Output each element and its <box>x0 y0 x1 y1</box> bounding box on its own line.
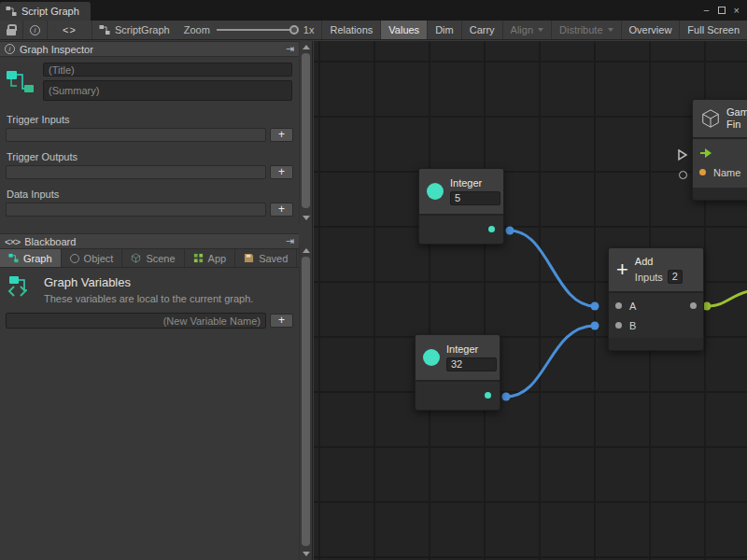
tab-object-label: Object <box>84 253 114 264</box>
data-inputs-list[interactable] <box>6 203 266 217</box>
input-port-a[interactable] <box>615 302 622 309</box>
integer-type-icon <box>427 183 444 200</box>
tab-saved-label: Saved <box>259 253 288 264</box>
scrollbar-thumb[interactable] <box>302 53 310 208</box>
carry-button[interactable]: Carry <box>461 21 502 39</box>
add-data-input-button[interactable]: + <box>270 203 293 217</box>
node-header[interactable]: Integer 32 <box>416 335 500 382</box>
output-port[interactable] <box>690 302 697 309</box>
port-row-a: A <box>609 296 703 315</box>
relations-button[interactable]: Relations <box>321 21 380 39</box>
scroll-down-icon[interactable] <box>303 552 310 556</box>
align-button[interactable]: Align <box>502 21 551 39</box>
dock-icon[interactable]: ⇥ <box>286 235 294 247</box>
zoom-slider[interactable] <box>217 29 297 31</box>
graph-summary-input[interactable] <box>43 80 292 101</box>
scrollbar-thumb[interactable] <box>302 257 310 546</box>
tab-object[interactable]: Object <box>62 249 123 267</box>
scroll-up-icon[interactable] <box>303 45 310 49</box>
zoom-control: Zoom 1x <box>176 21 322 39</box>
graph-variables-title: Graph Variables <box>44 275 253 289</box>
value-input-port-icon[interactable] <box>679 171 687 179</box>
node-ports <box>419 216 503 244</box>
name-input-port[interactable] <box>699 169 706 175</box>
maximize-icon[interactable] <box>718 7 726 14</box>
minimize-button[interactable]: − <box>703 5 709 16</box>
input-port-b[interactable] <box>615 322 622 329</box>
scroll-down-icon[interactable] <box>303 216 310 220</box>
port-row-b: B <box>609 315 703 335</box>
graph-icon <box>5 68 36 96</box>
dim-button[interactable]: Dim <box>427 21 461 39</box>
graph-inspector-header: i Graph Inspector ⇥ <box>0 41 299 57</box>
trigger-port-row <box>693 143 747 162</box>
fullscreen-button[interactable]: Full Screen <box>679 21 747 39</box>
node-footer <box>693 188 747 200</box>
tab-app-label: App <box>208 253 227 264</box>
integer-value-field[interactable]: 5 <box>450 191 500 205</box>
node-header[interactable]: + Add Inputs 2 <box>609 248 703 293</box>
add-icon: + <box>616 260 628 279</box>
node-add[interactable]: + Add Inputs 2 A B <box>608 247 704 351</box>
add-variable-button[interactable]: + <box>270 314 293 328</box>
tab-script-graph[interactable]: Script Graph <box>0 2 91 21</box>
lock-button[interactable] <box>0 21 23 39</box>
close-icon[interactable]: × <box>734 5 740 16</box>
scroll-up-icon[interactable] <box>303 248 310 253</box>
tab-scene[interactable]: Scene <box>122 249 184 267</box>
tab-saved[interactable]: Saved <box>235 249 297 267</box>
zoom-slider-knob[interactable] <box>289 25 299 35</box>
output-port[interactable] <box>485 392 491 399</box>
node-footer <box>609 338 703 350</box>
trigger-arrow-icon[interactable] <box>699 147 712 159</box>
edit-source-button[interactable]: <> <box>48 21 92 39</box>
script-graph-icon <box>6 6 17 17</box>
trigger-outputs-list[interactable] <box>6 165 266 179</box>
integer-type-icon <box>423 349 440 366</box>
trigger-inputs-list[interactable] <box>6 128 266 142</box>
node-title: Integer <box>446 343 497 355</box>
output-port[interactable] <box>488 226 495 232</box>
overview-button[interactable]: Overview <box>621 21 680 39</box>
trigger-outputs-row: + <box>0 165 299 179</box>
add-trigger-output-button[interactable]: + <box>270 165 293 179</box>
integer-value-field[interactable]: 32 <box>446 357 497 371</box>
trigger-outputs-label: Trigger Outputs <box>0 142 299 165</box>
node-title: Add <box>635 256 683 267</box>
distribute-button[interactable]: Distribute <box>551 21 620 39</box>
node-integer-5[interactable]: Integer 5 <box>418 168 504 245</box>
values-button[interactable]: Values <box>380 21 427 39</box>
trigger-input-port-icon[interactable] <box>677 148 688 161</box>
node-header[interactable]: Integer 5 <box>419 169 503 216</box>
new-variable-input[interactable] <box>6 313 266 329</box>
blackboard-scrollbar[interactable] <box>299 245 312 560</box>
dock-icon[interactable]: ⇥ <box>286 43 294 55</box>
tab-graph[interactable]: Graph <box>0 249 62 267</box>
zoom-label: Zoom <box>184 24 210 35</box>
node-title-line2: Fin <box>726 119 747 131</box>
window-controls: − × <box>703 5 747 21</box>
blackboard-tabs: Graph Object Scene App <box>0 249 299 268</box>
node-partial-find[interactable]: Gam Fin Name <box>692 99 747 201</box>
inputs-count-field[interactable]: 2 <box>668 270 683 284</box>
inputs-label: Inputs <box>635 272 663 283</box>
inspect-button[interactable]: i <box>23 21 48 39</box>
distribute-label: Distribute <box>559 24 602 35</box>
graph-asset-name: ScriptGraph <box>115 24 170 35</box>
name-port-row: Name <box>693 162 747 182</box>
node-ports: Name <box>693 139 747 188</box>
node-header[interactable]: Gam Fin <box>693 100 747 139</box>
blackboard-header: <×> Blackboard ⇥ <box>0 233 299 249</box>
zoom-value: 1x <box>303 24 315 35</box>
inspector-scrollbar[interactable] <box>299 41 312 224</box>
graph-title-input[interactable] <box>43 63 292 77</box>
wire-int2-to-add-b <box>506 326 595 397</box>
node-integer-32[interactable]: Integer 32 <box>415 334 500 411</box>
trigger-inputs-label: Trigger Inputs <box>0 105 299 128</box>
saved-tab-icon <box>244 253 254 263</box>
add-trigger-input-button[interactable]: + <box>270 128 293 142</box>
trigger-inputs-row: + <box>0 128 299 142</box>
tab-app[interactable]: App <box>185 249 236 267</box>
scene-tab-icon <box>131 253 141 263</box>
graph-canvas[interactable]: Integer 5 Integer 32 <box>314 41 747 560</box>
